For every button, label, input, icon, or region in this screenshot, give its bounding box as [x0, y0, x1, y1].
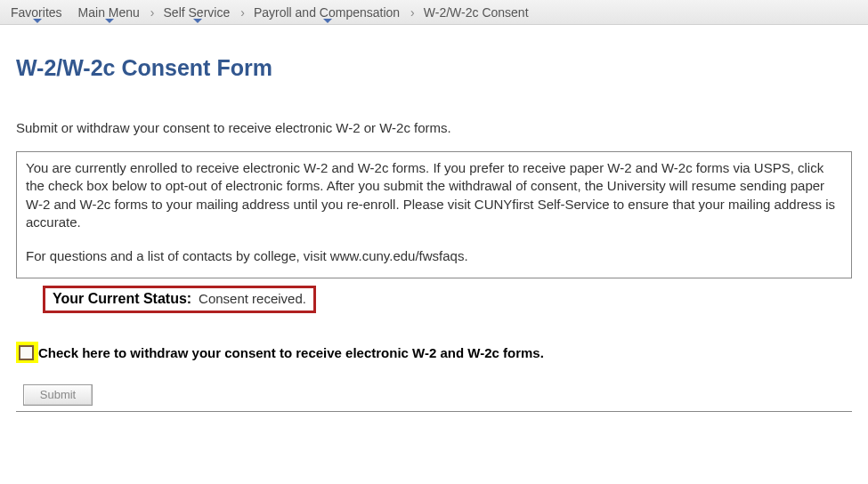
caret-down-icon	[33, 19, 42, 23]
nav-payroll[interactable]: Payroll and Compensation	[247, 0, 409, 24]
info-paragraph-1: You are currently enrolled to receive el…	[26, 159, 842, 231]
caret-down-icon	[193, 19, 202, 23]
status-value: Consent received.	[195, 291, 306, 306]
caret-down-icon	[105, 19, 114, 23]
info-paragraph-2: For questions and a list of contacts by …	[26, 247, 842, 265]
breadcrumb-separator-icon: ›	[239, 5, 247, 20]
info-box: You are currently enrolled to receive el…	[16, 151, 852, 278]
breadcrumb-separator-icon: ›	[409, 5, 417, 20]
status-label: Your Current Status:	[53, 291, 191, 306]
withdraw-consent-checkbox[interactable]	[19, 345, 34, 360]
nav-favorites-label: Favorites	[11, 5, 62, 20]
nav-self-service-label: Self Service	[164, 5, 231, 20]
breadcrumb-bar: Favorites Main Menu › Self Service › Pay…	[0, 0, 868, 25]
instruction-text: Submit or withdraw your consent to recei…	[16, 120, 852, 135]
nav-main-menu-label: Main Menu	[78, 5, 140, 20]
page-content: W-2/W-2c Consent Form Submit or withdraw…	[0, 25, 868, 412]
current-status-box: Your Current Status: Consent received.	[43, 286, 316, 313]
nav-favorites[interactable]: Favorites	[4, 0, 71, 24]
submit-button[interactable]: Submit	[23, 384, 93, 406]
nav-payroll-label: Payroll and Compensation	[254, 5, 400, 20]
page-title: W-2/W-2c Consent Form	[16, 55, 852, 81]
nav-self-service[interactable]: Self Service	[157, 0, 239, 24]
withdraw-consent-row: Check here to withdraw your consent to r…	[16, 342, 852, 363]
checkbox-highlight	[16, 342, 38, 363]
nav-current-label: W-2/W-2c Consent	[424, 5, 529, 20]
caret-down-icon	[323, 19, 332, 23]
nav-main-menu[interactable]: Main Menu	[71, 0, 149, 24]
withdraw-consent-label[interactable]: Check here to withdraw your consent to r…	[38, 345, 544, 360]
breadcrumb-separator-icon: ›	[149, 5, 157, 20]
horizontal-rule	[16, 411, 852, 412]
nav-current[interactable]: W-2/W-2c Consent	[417, 0, 538, 24]
